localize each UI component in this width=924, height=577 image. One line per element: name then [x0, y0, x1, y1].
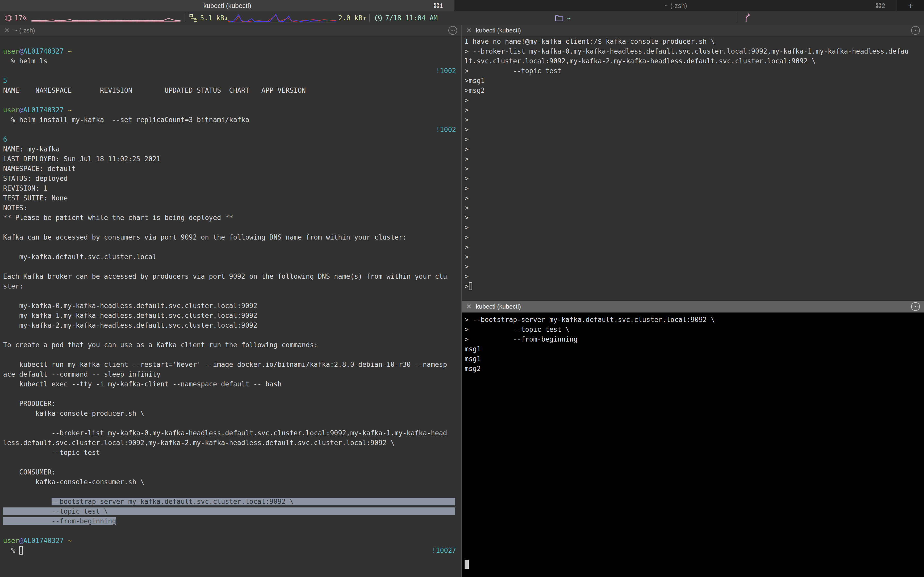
- terminal-text: % helm install my-kafka --set replicaCou…: [3, 116, 249, 124]
- terminal-text: >: [465, 272, 469, 280]
- terminal-text: >: [465, 234, 469, 241]
- terminal-text: >: [465, 135, 469, 143]
- pane-menu-icon[interactable]: ⋯: [911, 26, 920, 35]
- terminal-text: Each Kafka broker can be accessed by pro…: [3, 272, 447, 280]
- terminal-line: [465, 422, 922, 432]
- terminal-line: REVISION: 1: [3, 184, 459, 193]
- terminal-text: > --topic test \: [465, 326, 570, 333]
- terminal-text: ~: [68, 537, 72, 545]
- terminal-line: [3, 350, 459, 359]
- cwd-value: ~: [567, 11, 571, 25]
- terminal-text: AL01740327: [23, 106, 64, 114]
- tab-zsh-label: ~ (-zsh): [665, 2, 687, 10]
- terminal-text: >: [465, 184, 469, 192]
- pane-menu-icon[interactable]: ⋯: [448, 26, 457, 35]
- close-icon[interactable]: ✕: [4, 27, 10, 34]
- terminal-text: msg2: [465, 365, 481, 372]
- terminal-text: >msg2: [465, 87, 485, 94]
- left-terminal-pane: ✕ ~ (-zsh) ⋯ user@AL01740327 ~ % helm ls…: [0, 25, 462, 577]
- terminal-line: NAMESPACE: default: [3, 164, 459, 174]
- pane-menu-icon[interactable]: ⋯: [911, 302, 920, 311]
- history-number: !10027: [432, 546, 456, 555]
- terminal-text: >: [465, 263, 469, 271]
- terminal-line: >msg2: [465, 85, 922, 95]
- right-top-terminal-output[interactable]: I have no name!@my-kafka-client:/$ kafka…: [462, 37, 924, 291]
- terminal-line: --from-beginning: [3, 516, 459, 526]
- terminal-line: > --topic test: [465, 66, 922, 76]
- terminal-line: !1002: [3, 66, 459, 76]
- cpu-usage-value: 17%: [15, 11, 27, 25]
- terminal-text: --from-beginning: [3, 517, 116, 525]
- terminal-line: [465, 383, 922, 393]
- terminal-text: NAME: my-kafka: [3, 145, 60, 153]
- terminal-line: Each Kafka broker can be accessed by pro…: [3, 271, 459, 281]
- terminal-line: [465, 413, 922, 422]
- terminal-line: --topic test: [3, 448, 459, 458]
- terminal-text: user: [3, 537, 19, 545]
- terminal-line: >: [465, 105, 922, 115]
- terminal-line: [3, 418, 459, 428]
- terminal-line: ** Please be patient while the chart is …: [3, 213, 459, 222]
- tab-zsh-shortcut: ⌘2: [875, 0, 885, 11]
- terminal-line: [3, 37, 459, 47]
- terminal-line: [3, 458, 459, 467]
- terminal-text: AL01740327: [23, 47, 64, 55]
- terminal-text: less.default.svc.cluster.local:9092,my-k…: [3, 439, 394, 446]
- terminal-text: >: [465, 145, 469, 153]
- history-number: !1002: [436, 66, 456, 76]
- terminal-text: LAST DEPLOYED: Sun Jul 18 11:02:25 2021: [3, 155, 160, 163]
- left-pane-title: ~ (-zsh): [14, 27, 35, 34]
- terminal-line: >: [465, 193, 922, 203]
- terminal-text: > --from-beginning: [465, 335, 577, 343]
- terminal-line: NAME: my-kafka: [3, 144, 459, 154]
- cursor: [19, 546, 23, 554]
- terminal-text: >: [465, 165, 469, 172]
- terminal-text: >: [465, 243, 469, 251]
- terminal-line: --bootstrap-server my-kafka.default.svc.…: [3, 496, 459, 506]
- terminal-text: my-kafka-2.my-kafka-headless.default.svc…: [3, 321, 257, 329]
- network-upload-value: 2.0 kB↑: [338, 11, 367, 25]
- terminal-line: LAST DEPLOYED: Sun Jul 18 11:02:25 2021: [3, 154, 459, 164]
- terminal-line: [3, 330, 459, 340]
- window-tab-bar: kubectl (kubectl) ⌘1 ~ (-zsh) ⌘2 +: [0, 0, 924, 11]
- close-icon[interactable]: ✕: [466, 27, 472, 34]
- terminal-line: msg2: [465, 364, 922, 374]
- right-top-terminal-pane: ✕ kubectl (kubectl) ⋯ I have no name!@my…: [462, 25, 924, 300]
- right-bottom-pane-header: ✕ kubectl (kubectl) ⋯: [462, 301, 924, 313]
- terminal-line: >: [465, 154, 922, 164]
- terminal-text: @: [19, 106, 23, 114]
- terminal-line: NAME NAMESPACE REVISION UPDATED STATUS C…: [3, 85, 459, 95]
- right-bottom-terminal-output[interactable]: > --bootstrap-server my-kafka.default.sv…: [462, 313, 924, 569]
- terminal-line: [3, 291, 459, 301]
- terminal-text: >: [465, 155, 469, 163]
- terminal-text: Kafka can be accessed by consumers via p…: [3, 234, 407, 241]
- history-number: !1002: [436, 125, 456, 134]
- close-icon[interactable]: ✕: [466, 303, 472, 311]
- terminal-text: [64, 537, 68, 545]
- terminal-text: --broker-list my-kafka-0.my-kafka-headle…: [3, 429, 447, 437]
- left-terminal-output[interactable]: user@AL01740327 ~ % helm ls!10025NAME NA…: [0, 37, 461, 555]
- terminal-line: >: [465, 174, 922, 184]
- terminal-text: ** Please be patient while the chart is …: [3, 214, 233, 221]
- terminal-text: >: [465, 126, 469, 134]
- terminal-line: [3, 262, 459, 271]
- terminal-line: [3, 242, 459, 252]
- terminal-text: NOTES:: [3, 204, 27, 212]
- left-pane-header: ✕ ~ (-zsh) ⋯: [0, 25, 461, 37]
- terminal-line: >: [465, 115, 922, 125]
- terminal-line: [465, 462, 922, 471]
- tab-zsh[interactable]: ~ (-zsh) ⌘2: [454, 0, 897, 11]
- new-tab-button[interactable]: +: [897, 0, 924, 11]
- terminal-line: > --topic test \: [465, 324, 922, 334]
- terminal-line: [465, 452, 922, 462]
- terminal-text: STATUS: deployed: [3, 175, 68, 182]
- tab-kubectl[interactable]: kubectl (kubectl) ⌘1: [0, 0, 454, 11]
- right-bottom-pane-title: kubectl (kubectl): [476, 303, 521, 310]
- terminal-line: [465, 530, 922, 540]
- terminal-line: --broker-list my-kafka-0.my-kafka-headle…: [3, 428, 459, 438]
- status-separator: [738, 14, 738, 23]
- terminal-text: AL01740327: [23, 537, 64, 545]
- terminal-line: Kafka can be accessed by consumers via p…: [3, 232, 459, 242]
- terminal-text: 6: [3, 135, 7, 143]
- cursor: [465, 560, 469, 569]
